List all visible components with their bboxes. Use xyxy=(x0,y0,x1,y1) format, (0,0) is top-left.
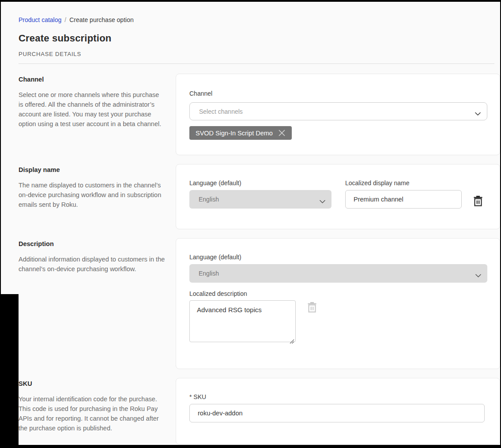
chevron-down-icon xyxy=(475,110,481,114)
display-name-heading: Display name xyxy=(19,166,176,173)
page: Product catalog / Create purchase option… xyxy=(1,2,500,445)
language-default-label: Language (default) xyxy=(189,179,331,187)
localized-display-name-group: Localized display name xyxy=(345,179,462,209)
localized-description-textarea[interactable]: Advanced RSG topics xyxy=(189,300,296,342)
sku-heading: SKU xyxy=(19,380,176,387)
language-default-label: Language (default) xyxy=(189,254,486,261)
breadcrumb-separator: / xyxy=(64,16,66,23)
page-title: Create subscription xyxy=(19,33,500,44)
language-select-value: English xyxy=(199,270,219,277)
channel-card: Channel Select channels SVOD Sign-In Scr… xyxy=(176,74,500,155)
section-heading-purchase-details: PURCHASE DETAILS xyxy=(19,51,500,57)
trash-icon xyxy=(307,308,317,314)
description-description: Additional information displayed to cust… xyxy=(19,254,165,274)
resize-handle-icon[interactable] xyxy=(290,338,294,346)
selected-channel-chip-label: SVOD Sign-In Script Demo xyxy=(196,130,273,137)
channel-field-label: Channel xyxy=(189,90,486,97)
main-content: Product catalog / Create purchase option… xyxy=(1,2,500,444)
chevron-down-icon xyxy=(475,272,481,276)
description-help: Description Additional information displ… xyxy=(19,238,176,369)
description-card: Language (default) English Localized des… xyxy=(176,238,500,369)
channel-description: Select one or more channels where this p… xyxy=(19,90,165,129)
language-select-value: English xyxy=(199,196,219,203)
chevron-down-icon xyxy=(320,198,325,202)
sku-field-label: * SKU xyxy=(189,393,486,400)
sku-description: Your internal identification code for th… xyxy=(19,394,165,433)
breadcrumb-current: Create purchase option xyxy=(69,16,134,23)
display-name-card: Language (default) English Localized dis… xyxy=(176,164,500,229)
channel-select[interactable]: Select channels xyxy=(189,102,487,120)
left-black-overlay xyxy=(0,294,19,448)
display-name-help: Display name The name displayed to custo… xyxy=(19,164,176,229)
remove-chip-icon[interactable] xyxy=(277,128,286,138)
delete-description-button-disabled xyxy=(307,302,317,313)
breadcrumb-link-product-catalog[interactable]: Product catalog xyxy=(19,16,61,23)
description-language-select: English xyxy=(189,264,487,283)
display-name-language-select: English xyxy=(189,190,331,209)
channel-heading: Channel xyxy=(19,76,176,83)
selected-channel-chip: SVOD Sign-In Script Demo xyxy=(189,126,292,140)
localized-description-label: Localized description xyxy=(189,290,486,297)
form-row-channel: Channel Select one or more channels wher… xyxy=(19,74,500,155)
form-row-display-name: Display name The name displayed to custo… xyxy=(19,164,500,229)
localized-display-name-label: Localized display name xyxy=(345,179,462,187)
section-divider xyxy=(19,63,494,64)
form-row-sku: SKU Your internal identification code fo… xyxy=(19,378,500,444)
channel-help: Channel Select one or more channels wher… xyxy=(19,74,176,155)
sku-input[interactable] xyxy=(189,404,485,422)
trash-icon xyxy=(473,202,483,208)
channel-select-placeholder: Select channels xyxy=(199,108,243,115)
form-row-description: Description Additional information displ… xyxy=(19,238,500,369)
display-name-description: The name displayed to customers in the c… xyxy=(19,180,165,209)
localized-description-wrap: Advanced RSG topics xyxy=(189,297,296,344)
description-heading: Description xyxy=(19,240,176,247)
breadcrumb: Product catalog / Create purchase option xyxy=(19,16,500,23)
sku-card: * SKU xyxy=(176,378,500,444)
localized-display-name-input[interactable] xyxy=(345,190,462,209)
screenshot-frame: Product catalog / Create purchase option… xyxy=(0,0,501,448)
display-name-language-group: Language (default) English xyxy=(189,179,331,209)
delete-display-name-button[interactable] xyxy=(473,195,483,207)
sku-help: SKU Your internal identification code fo… xyxy=(19,378,176,444)
